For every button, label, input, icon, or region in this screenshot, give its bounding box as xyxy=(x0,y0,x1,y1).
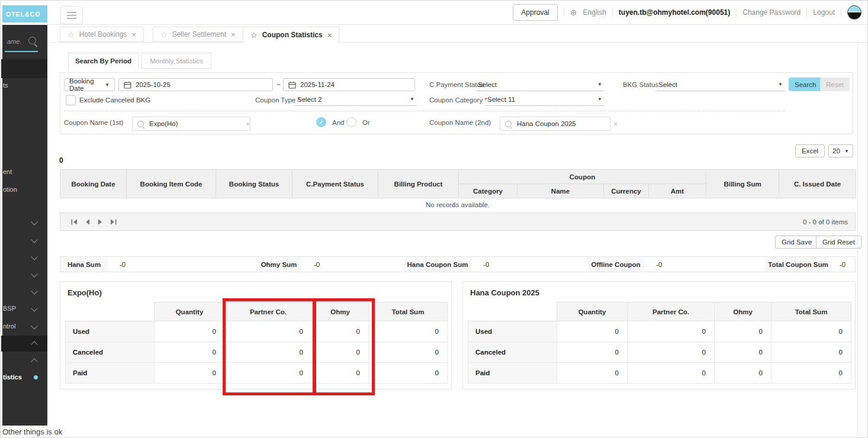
column-header[interactable]: Billing Product xyxy=(378,170,459,198)
column-header[interactable]: Booking Date xyxy=(60,170,127,198)
coupon-name-1st-field[interactable]: × xyxy=(132,117,250,131)
coupon-summary-table: Quantity Partner Co. Ohmy Total Sum Used… xyxy=(468,302,851,384)
sidebar-search-input[interactable] xyxy=(6,37,28,46)
row-label: Paid xyxy=(468,363,557,384)
bkg-status-value: Select xyxy=(658,81,677,88)
date-to-field[interactable]: 2025-11-24 xyxy=(283,78,415,91)
coupon-name-1st-input[interactable] xyxy=(148,120,242,128)
tab-hotel-bookings[interactable]: ☆ Hotel Bookings × xyxy=(60,27,144,42)
exclude-canceled-label: Exclude Canceled BKG xyxy=(79,96,150,104)
grid-pagination-bar: 0 - 0 of 0 items xyxy=(60,212,856,231)
or-radio[interactable] xyxy=(346,117,356,127)
coupon-type-select[interactable]: Select 2 ▼ xyxy=(295,93,417,106)
divider xyxy=(736,8,737,17)
language-selector[interactable]: English xyxy=(583,8,606,17)
cell-value: 0 xyxy=(628,342,715,363)
date-range-separator: ~ xyxy=(277,80,281,89)
cell-value: 0 xyxy=(715,342,771,363)
page-size-select[interactable]: 20 ▼ xyxy=(828,144,853,157)
coupon-group-header: Coupon xyxy=(459,170,706,184)
clear-icon[interactable]: × xyxy=(613,120,618,128)
panel-title: Expo(Ho) xyxy=(67,288,102,297)
cell-value: 0 xyxy=(369,363,448,384)
coupon-category-label: Coupon Category * xyxy=(429,96,487,104)
coupon-name-1st-label: Coupon Name (1st) xyxy=(64,119,123,126)
exclude-canceled-checkbox[interactable] xyxy=(66,95,76,105)
coupon-type-label: Coupon Type * xyxy=(255,96,300,104)
sum-value: -0 xyxy=(108,257,126,272)
c-payment-status-select[interactable]: Select ▼ xyxy=(475,78,605,91)
tab-monthly-statistics[interactable]: Monthly Statistics xyxy=(142,53,211,69)
logout-link[interactable]: Logout xyxy=(813,8,835,17)
first-page-icon[interactable] xyxy=(67,215,81,228)
coupon-name-2nd-input[interactable] xyxy=(516,120,609,128)
star-icon[interactable]: ☆ xyxy=(250,31,258,40)
excel-export-button[interactable]: Excel xyxy=(795,144,825,157)
search-icon xyxy=(505,121,512,127)
column-header[interactable]: Billing Sum xyxy=(706,170,779,198)
column-header: Quantity xyxy=(557,302,628,321)
date-from-field[interactable]: 2025-10-25 xyxy=(118,78,273,91)
sum-label: Hana Sum xyxy=(60,257,108,272)
column-header[interactable]: C. Issued Date xyxy=(779,170,856,198)
caret-down-icon: ▼ xyxy=(410,96,414,102)
cell-value: 0 xyxy=(155,363,225,384)
cell-value: 0 xyxy=(155,321,225,342)
sidebar-open-section[interactable] xyxy=(1,336,47,352)
sidebar-item-partial[interactable]: ts xyxy=(3,82,8,89)
avatar[interactable] xyxy=(847,5,861,20)
column-header[interactable]: Amt xyxy=(649,184,706,198)
sidebar-item-partial[interactable]: otion xyxy=(3,186,17,193)
close-icon[interactable]: × xyxy=(131,30,136,39)
and-radio[interactable]: ✓ xyxy=(316,117,326,127)
sum-group: Ohmy Sum -0 xyxy=(256,257,404,272)
clear-icon[interactable]: × xyxy=(246,120,250,128)
search-icon[interactable] xyxy=(28,37,36,44)
cell-value: 0 xyxy=(771,342,851,363)
tab-coupon-statistics[interactable]: ☆ Coupon Statistics × xyxy=(243,27,339,43)
sidebar-item-partial[interactable]: ntrol xyxy=(3,323,15,330)
calendar-icon xyxy=(124,81,131,89)
sum-label: Total Coupon Sum xyxy=(765,257,831,272)
column-header[interactable]: Category xyxy=(459,184,517,198)
column-header[interactable]: Currency xyxy=(604,184,649,198)
caret-down-icon: ▼ xyxy=(597,82,602,87)
next-page-icon[interactable] xyxy=(94,215,107,228)
date-type-select[interactable]: Booking Date ▼ xyxy=(64,78,115,91)
tab-search-by-period[interactable]: Search By Period xyxy=(68,53,139,69)
star-icon[interactable]: ☆ xyxy=(160,30,168,39)
star-icon[interactable]: ☆ xyxy=(67,30,75,39)
search-button[interactable]: Search xyxy=(789,78,822,91)
highlight-box-ohmy xyxy=(313,298,375,395)
prev-page-icon[interactable] xyxy=(81,215,94,228)
close-icon[interactable]: × xyxy=(231,30,236,39)
menu-toggle-button[interactable] xyxy=(60,6,83,24)
close-icon[interactable]: × xyxy=(327,31,332,40)
calendar-icon xyxy=(288,81,296,89)
approval-button[interactable]: Approval xyxy=(513,4,557,21)
or-radio-label: Or xyxy=(362,119,370,126)
column-header[interactable]: Name xyxy=(517,184,604,198)
reset-button[interactable]: Reset xyxy=(820,78,850,91)
change-password-link[interactable]: Change Password xyxy=(742,8,801,17)
bkg-status-select[interactable]: Select ▼ xyxy=(656,78,785,91)
grid-save-button[interactable]: Grid Save xyxy=(775,236,818,249)
tab-seller-settlement[interactable]: ☆ Seller Settlement × xyxy=(153,27,243,42)
coupon-name-2nd-field[interactable]: × xyxy=(500,117,610,131)
tab-label: Hotel Bookings xyxy=(79,30,127,38)
caret-down-icon: ▼ xyxy=(597,96,602,102)
sidebar-item-partial[interactable]: BSP xyxy=(3,305,16,312)
column-header[interactable]: Booking Status xyxy=(216,170,292,198)
column-header[interactable]: Booking Item Code xyxy=(127,170,216,198)
sum-group: Hana Sum -0 xyxy=(60,257,256,272)
sidebar-item-partial[interactable]: ent xyxy=(3,168,12,175)
last-page-icon[interactable] xyxy=(107,215,120,228)
coupon-category-select[interactable]: Select 11 ▼ xyxy=(485,93,605,106)
sidebar: OTEL&CO ts ent otion BSP ntrol tistics xyxy=(1,1,47,426)
sidebar-item-coupon-statistics[interactable]: tistics xyxy=(3,373,22,381)
grid-reset-button[interactable]: Grid Reset xyxy=(816,236,861,249)
row-label: Used xyxy=(66,321,155,342)
app-logo[interactable]: OTEL&CO xyxy=(2,5,47,22)
column-header[interactable]: C.Payment Status xyxy=(292,170,378,198)
row-label: Paid xyxy=(66,363,155,384)
